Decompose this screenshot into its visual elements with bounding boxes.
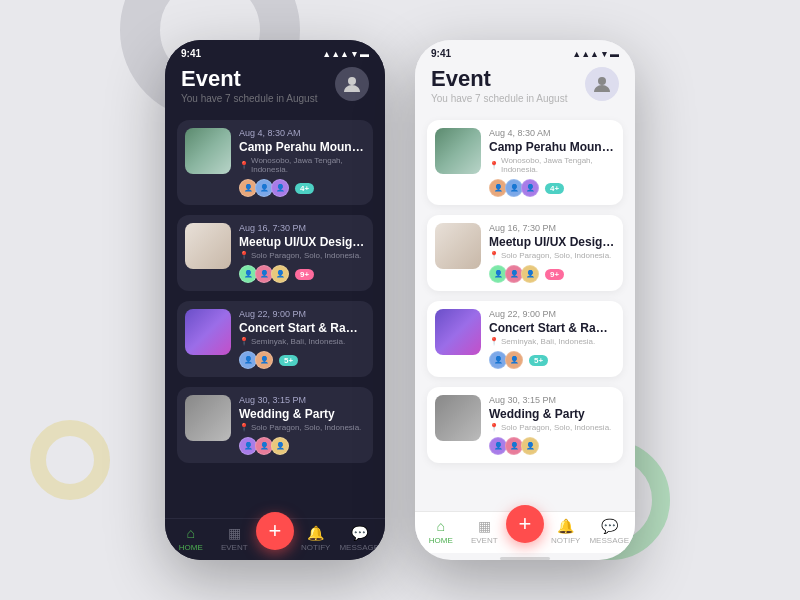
count-badge-2-dark: 9+ (295, 269, 314, 280)
event-date-4-light: Aug 30, 3:15 PM (489, 395, 615, 405)
nav-home-dark[interactable]: ⌂ HOME (169, 525, 213, 552)
signal-icon: ▲▲▲ (322, 49, 349, 59)
count-badge-3-dark: 5+ (279, 355, 298, 366)
event-date-2-light: Aug 16, 7:30 PM (489, 223, 615, 233)
event-date-1-dark: Aug 4, 8:30 AM (239, 128, 365, 138)
event-location-4-light: 📍 Solo Paragon, Solo, Indonesia. (489, 423, 615, 432)
app-subtitle-light: You have 7 schedule in August (431, 93, 567, 104)
attendee-bubble: 👤 (505, 351, 523, 369)
event-img-1-dark (185, 128, 231, 174)
event-info-3-dark: Aug 22, 9:00 PM Concert Start & Rabbit 📍… (239, 309, 365, 369)
nav-message-label-light: MESSAGE (589, 536, 629, 545)
time-dark: 9:41 (181, 48, 201, 59)
nav-notify-dark[interactable]: 🔔 NOTIFY (294, 525, 338, 552)
bottom-nav-dark: ⌂ HOME ▦ EVENT + 🔔 NOTIFY 💬 MESSAGE (165, 518, 385, 560)
nav-message-label-dark: MESSAGE (339, 543, 379, 552)
battery-icon: ▬ (360, 49, 369, 59)
header-light: Event You have 7 schedule in August (415, 63, 635, 114)
signal-icon-light: ▲▲▲ (572, 49, 599, 59)
attendee-bubble: 👤 (521, 179, 539, 197)
fab-btn-dark[interactable]: + (256, 512, 294, 550)
count-badge-1-dark: 4+ (295, 183, 314, 194)
nav-message-light[interactable]: 💬 MESSAGE (588, 518, 632, 545)
event-title-3-dark: Concert Start & Rabbit (239, 321, 365, 335)
count-badge-3-light: 5+ (529, 355, 548, 366)
event-img-2-dark (185, 223, 231, 269)
scroll-indicator (500, 557, 550, 560)
nav-event-light[interactable]: ▦ EVENT (463, 518, 507, 545)
count-badge-2-light: 9+ (545, 269, 564, 280)
event-location-2-light: 📍 Solo Paragon, Solo, Indonesia. (489, 251, 615, 260)
event-icon-light: ▦ (478, 518, 491, 534)
attendees-4-light: 👤 👤 👤 (489, 437, 615, 455)
event-date-2-dark: Aug 16, 7:30 PM (239, 223, 365, 233)
event-info-2-dark: Aug 16, 7:30 PM Meetup UI/UX Designer 📍 … (239, 223, 365, 283)
event-info-4-dark: Aug 30, 3:15 PM Wedding & Party 📍 Solo P… (239, 395, 365, 455)
event-location-4-dark: 📍 Solo Paragon, Solo, Indonesia. (239, 423, 365, 432)
nav-home-label-dark: HOME (179, 543, 203, 552)
event-card-3-dark[interactable]: Aug 22, 9:00 PM Concert Start & Rabbit 📍… (177, 301, 373, 377)
event-date-3-dark: Aug 22, 9:00 PM (239, 309, 365, 319)
events-list-dark: Aug 4, 8:30 AM Camp Perahu Mountain 📍 Wo… (165, 114, 385, 518)
nav-notify-label-light: NOTIFY (551, 536, 580, 545)
status-bar-light: 9:41 ▲▲▲ ▾ ▬ (415, 40, 635, 63)
attendee-bubble: 👤 (255, 351, 273, 369)
event-title-2-dark: Meetup UI/UX Designer (239, 235, 365, 249)
svg-point-1 (598, 77, 606, 85)
header-text-light: Event You have 7 schedule in August (431, 67, 567, 104)
event-card-3-light[interactable]: Aug 22, 9:00 PM Concert Start & Rabbit 📍… (427, 301, 623, 377)
event-card-4-light[interactable]: Aug 30, 3:15 PM Wedding & Party 📍 Solo P… (427, 387, 623, 463)
bottom-nav-light: ⌂ HOME ▦ EVENT + 🔔 NOTIFY 💬 MESSAGE (415, 511, 635, 553)
event-location-2-dark: 📍 Solo Paragon, Solo, Indonesia. (239, 251, 365, 260)
attendees-3-light: 👤 👤 5+ (489, 351, 615, 369)
notify-icon-light: 🔔 (557, 518, 574, 534)
event-date-1-light: Aug 4, 8:30 AM (489, 128, 615, 138)
app-subtitle-dark: You have 7 schedule in August (181, 93, 317, 104)
attendees-1-light: 👤 👤 👤 4+ (489, 179, 615, 197)
event-location-3-dark: 📍 Seminyak, Bali, Indonesia. (239, 337, 365, 346)
home-icon-light: ⌂ (437, 518, 445, 534)
attendee-bubble: 👤 (271, 437, 289, 455)
events-list-light: Aug 4, 8:30 AM Camp Perahu Mountain 📍 Wo… (415, 114, 635, 511)
event-info-1-dark: Aug 4, 8:30 AM Camp Perahu Mountain 📍 Wo… (239, 128, 365, 197)
fab-btn-light[interactable]: + (506, 505, 544, 543)
event-card-2-light[interactable]: Aug 16, 7:30 PM Meetup UI/UX Designer 📍 … (427, 215, 623, 291)
nav-notify-label-dark: NOTIFY (301, 543, 330, 552)
event-img-4-dark (185, 395, 231, 441)
status-icons-dark: ▲▲▲ ▾ ▬ (322, 49, 369, 59)
wifi-icon-light: ▾ (602, 49, 607, 59)
event-card-2-dark[interactable]: Aug 16, 7:30 PM Meetup UI/UX Designer 📍 … (177, 215, 373, 291)
event-location-3-light: 📍 Seminyak, Bali, Indonesia. (489, 337, 615, 346)
avatar-dark[interactable] (335, 67, 369, 101)
app-title-light: Event (431, 67, 567, 91)
attendee-bubble: 👤 (271, 265, 289, 283)
avatar-light[interactable] (585, 67, 619, 101)
event-date-4-dark: Aug 30, 3:15 PM (239, 395, 365, 405)
event-img-3-light (435, 309, 481, 355)
nav-message-dark[interactable]: 💬 MESSAGE (338, 525, 382, 552)
nav-event-dark[interactable]: ▦ EVENT (213, 525, 257, 552)
event-info-2-light: Aug 16, 7:30 PM Meetup UI/UX Designer 📍 … (489, 223, 615, 283)
status-bar-dark: 9:41 ▲▲▲ ▾ ▬ (165, 40, 385, 63)
event-icon-dark: ▦ (228, 525, 241, 541)
app-title-dark: Event (181, 67, 317, 91)
header-dark: Event You have 7 schedule in August (165, 63, 385, 114)
nav-notify-light[interactable]: 🔔 NOTIFY (544, 518, 588, 545)
event-title-2-light: Meetup UI/UX Designer (489, 235, 615, 249)
nav-home-light[interactable]: ⌂ HOME (419, 518, 463, 545)
count-badge-1-light: 4+ (545, 183, 564, 194)
event-card-1-light[interactable]: Aug 4, 8:30 AM Camp Perahu Mountain 📍 Wo… (427, 120, 623, 205)
attendee-bubble: 👤 (521, 437, 539, 455)
status-icons-light: ▲▲▲ ▾ ▬ (572, 49, 619, 59)
attendee-bubble: 👤 (521, 265, 539, 283)
event-title-1-dark: Camp Perahu Mountain (239, 140, 365, 154)
nav-home-label-light: HOME (429, 536, 453, 545)
dark-phone: 9:41 ▲▲▲ ▾ ▬ Event You have 7 schedule i… (165, 40, 385, 560)
svg-point-0 (348, 77, 356, 85)
event-card-1-dark[interactable]: Aug 4, 8:30 AM Camp Perahu Mountain 📍 Wo… (177, 120, 373, 205)
event-img-1-light (435, 128, 481, 174)
event-card-4-dark[interactable]: Aug 30, 3:15 PM Wedding & Party 📍 Solo P… (177, 387, 373, 463)
time-light: 9:41 (431, 48, 451, 59)
attendees-3-dark: 👤 👤 5+ (239, 351, 365, 369)
attendees-1-dark: 👤 👤 👤 4+ (239, 179, 365, 197)
